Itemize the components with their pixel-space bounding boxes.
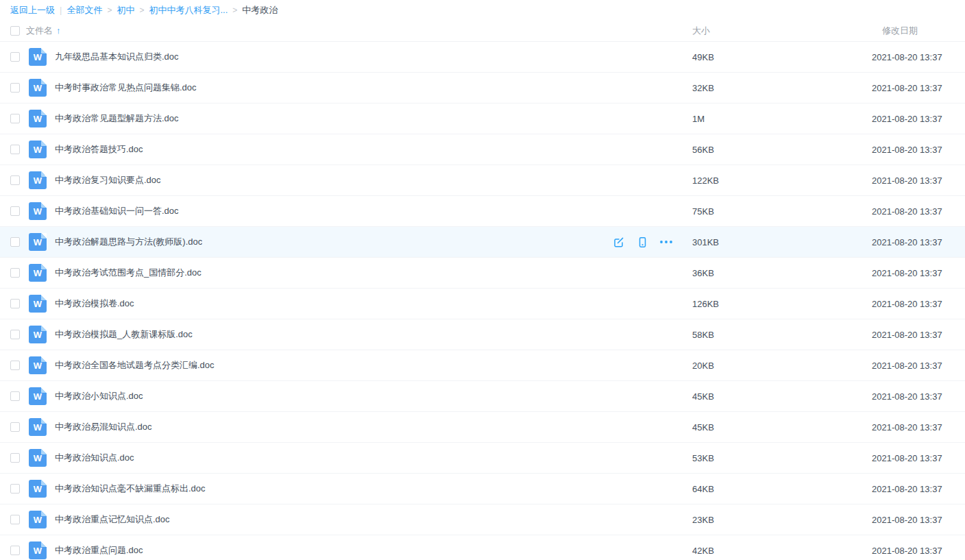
doc-fold-corner [41, 541, 47, 547]
doc-icon-letter: W [34, 330, 42, 339]
table-row[interactable]: W 中考政治重点问题.doc [0, 535, 965, 560]
file-size: 20KB [692, 361, 872, 371]
more-actions-button[interactable] [659, 235, 673, 249]
word-doc-icon: W [29, 449, 47, 467]
word-doc-icon: W [29, 202, 47, 220]
breadcrumb-junior-high[interactable]: 初中 [117, 4, 134, 16]
file-name[interactable]: 中考政治小知识点.doc [55, 390, 143, 402]
doc-icon-letter: W [34, 454, 42, 463]
breadcrumb-separator: > [139, 5, 144, 15]
row-checkbox[interactable] [10, 484, 20, 494]
file-modified: 2021-08-20 13:37 [872, 453, 948, 463]
file-modified: 2021-08-20 13:37 [872, 237, 948, 247]
file-name-cell: W 中考政治重点记忆知识点.doc [20, 511, 692, 528]
row-checkbox[interactable] [10, 299, 20, 308]
table-row[interactable]: W 中考政治复习知识要点.doc [0, 165, 965, 196]
row-checkbox[interactable] [10, 453, 20, 463]
doc-fold-corner [41, 202, 47, 208]
word-doc-icon: W [29, 264, 47, 282]
file-name[interactable]: 中考政治考试范围考点_国情部分.doc [55, 267, 201, 279]
row-checkbox[interactable] [10, 145, 20, 154]
table-row[interactable]: W 中考政治全国各地试题考点分类汇编.doc [0, 350, 965, 381]
doc-fold-corner [41, 48, 47, 53]
file-name[interactable]: 中考政治知识点毫不缺漏重点标出.doc [55, 483, 206, 495]
table-row[interactable]: W 中考政治答题技巧.doc [0, 134, 965, 165]
file-name[interactable]: 中考政治模拟卷.doc [55, 297, 134, 310]
table-row[interactable]: W 中考时事政治常见热点问题集锦.doc [0, 73, 965, 104]
row-checkbox[interactable] [10, 175, 20, 185]
row-checkbox[interactable] [10, 422, 20, 432]
doc-icon-letter: W [34, 53, 42, 62]
file-name[interactable]: 中考政治全国各地试题考点分类汇编.doc [55, 359, 215, 372]
rename-button[interactable] [611, 235, 625, 249]
file-name[interactable]: 中考时事政治常见热点问题集锦.doc [55, 82, 197, 94]
table-row[interactable]: W 中考政治重点记忆知识点.doc [0, 504, 965, 535]
table-row[interactable]: W 中考政治小知识点.doc [0, 381, 965, 412]
file-name-cell: W 中考政治常见题型解题方法.doc [20, 110, 692, 127]
breadcrumb-divider: | [60, 5, 62, 15]
file-name[interactable]: 中考政治基础知识一问一答.doc [55, 205, 179, 217]
table-row[interactable]: W 中考政治常见题型解题方法.doc [0, 104, 965, 134]
row-checkbox[interactable] [10, 515, 20, 524]
doc-icon-letter: W [34, 238, 42, 247]
file-name[interactable]: 中考政治常见题型解题方法.doc [55, 112, 179, 125]
breadcrumb-all-files[interactable]: 全部文件 [66, 4, 102, 16]
file-modified: 2021-08-20 13:37 [872, 83, 948, 93]
file-name[interactable]: 中考政治重点记忆知识点.doc [55, 513, 170, 526]
phone-icon [637, 236, 648, 248]
sort-ascending-icon[interactable]: ↑ [56, 25, 61, 36]
row-checkbox[interactable] [10, 361, 20, 370]
header-modified-label[interactable]: 修改日期 [872, 25, 948, 37]
table-row[interactable]: W 九年级思品基本知识点归类.doc [0, 42, 965, 73]
table-row[interactable]: W 中考政治易混知识点.doc [0, 412, 965, 443]
file-size: 36KB [692, 268, 872, 278]
table-row[interactable]: W 中考政治知识点毫不缺漏重点标出.doc [0, 474, 965, 504]
file-size: 53KB [692, 453, 872, 463]
row-checkbox[interactable] [10, 237, 20, 247]
breadcrumb-exam-review[interactable]: 初中中考八科复习... [149, 4, 228, 16]
table-row[interactable]: W 中考政治模拟题_人教新课标版.doc [0, 319, 965, 350]
row-checkbox[interactable] [10, 391, 20, 401]
header-filename-label[interactable]: 文件名 [26, 25, 53, 37]
table-row[interactable]: W 中考政治模拟卷.doc [0, 289, 965, 319]
word-doc-icon: W [29, 356, 47, 374]
row-checkbox[interactable] [10, 268, 20, 278]
table-row[interactable]: W 中考政治考试范围考点_国情部分.doc [0, 258, 965, 289]
header-size-label[interactable]: 大小 [692, 25, 872, 37]
file-size: 45KB [692, 422, 872, 433]
file-modified: 2021-08-20 13:37 [872, 299, 948, 309]
row-checkbox[interactable] [10, 546, 20, 555]
word-doc-icon: W [29, 295, 47, 313]
file-name[interactable]: 中考政治答题技巧.doc [55, 143, 143, 156]
file-name[interactable]: 中考政治解题思路与方法(教师版).doc [55, 236, 202, 248]
file-name-cell: W 中考政治小知识点.doc [20, 387, 692, 405]
file-name[interactable]: 中考政治易混知识点.doc [55, 421, 152, 433]
file-name-cell: W 中考政治重点问题.doc [20, 541, 692, 559]
file-name[interactable]: 中考政治复习知识要点.doc [55, 174, 161, 186]
file-modified: 2021-08-20 13:37 [872, 175, 948, 186]
file-size: 49KB [692, 52, 872, 62]
file-name[interactable]: 中考政治模拟题_人教新课标版.doc [55, 328, 193, 341]
select-all-checkbox[interactable] [10, 26, 20, 36]
file-name[interactable]: 中考政治知识点.doc [55, 452, 134, 464]
send-to-phone-button[interactable] [635, 235, 649, 249]
row-checkbox[interactable] [10, 83, 20, 93]
row-checkbox[interactable] [10, 206, 20, 216]
row-checkbox[interactable] [10, 52, 20, 62]
table-row[interactable]: W 中考政治解题思路与方法(教师版).doc [0, 227, 965, 258]
doc-fold-corner [41, 449, 47, 454]
doc-fold-corner [41, 79, 47, 84]
row-checkbox[interactable] [10, 330, 20, 339]
file-name[interactable]: 九年级思品基本知识点归类.doc [55, 51, 179, 63]
word-doc-icon: W [29, 511, 47, 528]
table-row[interactable]: W 中考政治知识点.doc [0, 443, 965, 474]
table-row[interactable]: W 中考政治基础知识一问一答.doc [0, 196, 965, 227]
file-name[interactable]: 中考政治重点问题.doc [55, 544, 143, 557]
row-checkbox[interactable] [10, 114, 20, 123]
doc-fold-corner [41, 356, 47, 362]
doc-icon-letter: W [34, 176, 42, 185]
back-link[interactable]: 返回上一级 [10, 4, 55, 16]
doc-icon-letter: W [34, 485, 42, 494]
doc-fold-corner [41, 326, 47, 331]
file-name-cell: W 中考政治复习知识要点.doc [20, 171, 692, 189]
